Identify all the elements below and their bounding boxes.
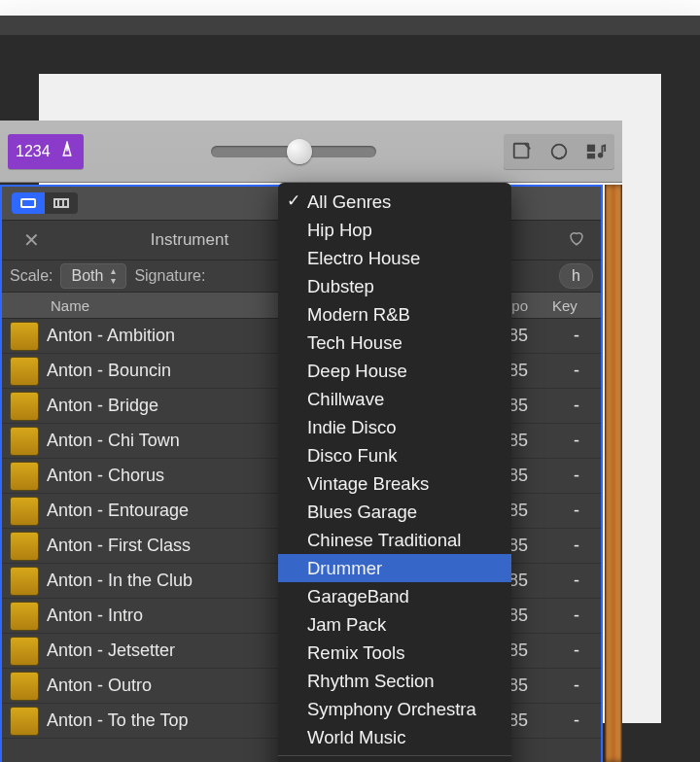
menu-item[interactable]: All Genres bbox=[278, 188, 511, 216]
loop-icon[interactable] bbox=[10, 427, 39, 456]
menu-item[interactable]: GarageBand bbox=[278, 582, 511, 610]
loop-key: - bbox=[552, 641, 601, 661]
menu-item[interactable]: Blues Garage bbox=[278, 498, 511, 526]
svg-rect-5 bbox=[21, 199, 35, 207]
main-toolbar: 1234 bbox=[0, 121, 622, 183]
loop-key: - bbox=[552, 710, 601, 731]
favorites-button[interactable] bbox=[562, 229, 591, 251]
clear-filter-button[interactable]: ✕ bbox=[12, 228, 51, 252]
header-key[interactable]: Key bbox=[552, 297, 601, 314]
loop-key: - bbox=[552, 675, 601, 696]
loop-key: - bbox=[552, 571, 601, 591]
loop-icon[interactable] bbox=[10, 532, 39, 561]
loop-icon[interactable] bbox=[10, 637, 39, 666]
loop-icon[interactable] bbox=[10, 357, 39, 386]
loop-key: - bbox=[552, 396, 601, 416]
loop-key: - bbox=[552, 326, 601, 346]
search-fragment: h bbox=[572, 267, 580, 284]
count-in-label: 1234 bbox=[16, 143, 51, 160]
menu-item[interactable]: Rhythm Section bbox=[278, 667, 511, 695]
menu-item[interactable]: Disco Funk bbox=[278, 441, 511, 469]
column-view-toggle[interactable] bbox=[45, 192, 78, 214]
scale-value: Both bbox=[71, 267, 103, 285]
svg-rect-3 bbox=[587, 153, 595, 158]
search-input[interactable]: h bbox=[559, 263, 593, 289]
loop-icon[interactable] bbox=[10, 462, 39, 491]
loop-icon[interactable] bbox=[10, 672, 39, 701]
loop-icon[interactable] bbox=[10, 392, 39, 421]
loop-icon[interactable] bbox=[10, 707, 39, 736]
loop-pack-menu[interactable]: All GenresHip HopElectro HouseDubstepMod… bbox=[278, 183, 511, 762]
menu-item[interactable]: Drummer bbox=[278, 554, 511, 582]
menu-item[interactable]: Dubstep bbox=[278, 272, 511, 300]
svg-rect-2 bbox=[587, 144, 595, 151]
menu-item[interactable]: Tech House bbox=[278, 329, 511, 357]
scale-label: Scale: bbox=[10, 267, 52, 285]
menu-item[interactable]: Remix Tools bbox=[278, 639, 511, 667]
view-toggle bbox=[12, 192, 78, 214]
menu-item[interactable]: World Music bbox=[278, 723, 511, 751]
loop-icon[interactable] bbox=[10, 602, 39, 631]
loop-icon[interactable] bbox=[10, 497, 39, 526]
loop-key: - bbox=[552, 466, 601, 486]
menu-item[interactable]: Vintage Breaks bbox=[278, 469, 511, 498]
svg-point-1 bbox=[552, 144, 567, 158]
loop-browser-button[interactable] bbox=[541, 134, 578, 169]
chevron-updown-icon: ▴▾ bbox=[111, 266, 116, 286]
wood-side-panel bbox=[605, 185, 622, 762]
menu-item[interactable]: Symphony Orchestra bbox=[278, 695, 511, 723]
menu-item[interactable]: Modern R&B bbox=[278, 300, 511, 329]
signature-label: Signature: bbox=[134, 267, 205, 285]
button-view-toggle[interactable] bbox=[12, 192, 45, 214]
loop-key: - bbox=[552, 431, 601, 451]
note-editor-button[interactable] bbox=[504, 134, 541, 169]
menu-separator bbox=[278, 755, 511, 756]
volume-slider[interactable] bbox=[211, 146, 376, 157]
menu-item[interactable]: Jam Pack bbox=[278, 610, 511, 639]
metronome-icon bbox=[58, 141, 76, 162]
loop-key: - bbox=[552, 536, 601, 556]
menu-item[interactable]: Electro House bbox=[278, 244, 511, 272]
menu-item[interactable]: Hip Hop bbox=[278, 216, 511, 244]
scale-dropdown[interactable]: Both ▴▾ bbox=[60, 263, 126, 289]
loop-icon[interactable] bbox=[10, 322, 39, 351]
menu-item[interactable]: Deep House bbox=[278, 357, 511, 385]
menu-item[interactable]: Chinese Traditional bbox=[278, 526, 511, 554]
loop-key: - bbox=[552, 361, 601, 381]
count-in-button[interactable]: 1234 bbox=[8, 134, 84, 169]
menu-item[interactable]: Chillwave bbox=[278, 385, 511, 413]
loop-key: - bbox=[552, 606, 601, 626]
loop-icon[interactable] bbox=[10, 567, 39, 596]
media-browser-button[interactable] bbox=[578, 134, 614, 169]
loop-key: - bbox=[552, 501, 601, 521]
slider-knob[interactable] bbox=[287, 139, 312, 164]
menu-item[interactable]: Indie Disco bbox=[278, 413, 511, 441]
